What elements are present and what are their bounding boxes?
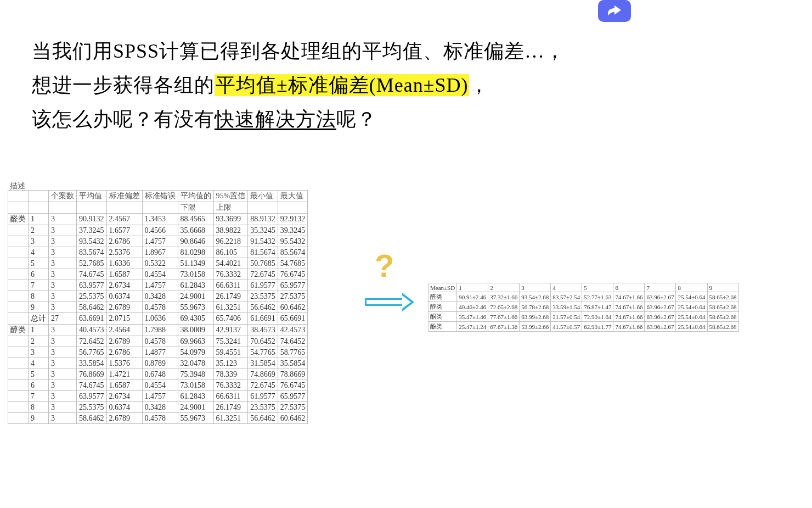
table-cell: 63.99±2.68 <box>520 312 551 322</box>
table-cell: 75.3241 <box>213 336 248 347</box>
table-cell: 74.6745 <box>77 380 107 391</box>
table-cell: 52.77±1.63 <box>582 292 613 302</box>
table-cell: 65.9577 <box>278 280 308 291</box>
result-header-cell: 8 <box>676 283 707 292</box>
spss-h-min: 最小值 <box>248 191 278 202</box>
table-cell: 0.3428 <box>142 291 178 302</box>
table-cell: 56.78±2.68 <box>520 302 551 312</box>
table-cell: 63.9577 <box>77 391 107 402</box>
table-cell: 3 <box>49 269 77 280</box>
headline-line3-pre: 该怎么办呢？有没有 <box>32 108 215 130</box>
table-cell: 3 <box>49 291 77 302</box>
table-cell: 2.6786 <box>106 347 142 358</box>
table-cell: 76.6745 <box>278 380 308 391</box>
table-cell: 56.6462 <box>248 413 278 424</box>
table-cell: 56.7765 <box>77 347 107 358</box>
table-cell: 40.4573 <box>77 325 107 336</box>
table-cell: 72.65±2.68 <box>488 302 520 312</box>
result-header-row: Mean±SD123456789 <box>428 283 739 292</box>
question-mark-icon: ? <box>375 247 394 284</box>
table-cell: 6 <box>29 380 49 391</box>
table-cell: 61.9577 <box>248 391 278 402</box>
table-cell: 2.5376 <box>106 247 142 258</box>
table-cell: 1.4721 <box>106 369 142 380</box>
table-cell: 1.5376 <box>106 358 142 369</box>
table-cell: 35.3245 <box>248 225 278 236</box>
table-cell: 1.7988 <box>142 325 178 336</box>
table-cell: 1.8967 <box>142 247 178 258</box>
table-cell: 96.2218 <box>213 236 248 247</box>
table-cell: 37.3245 <box>77 225 107 236</box>
table-cell: 1.4757 <box>142 391 178 402</box>
table-cell: 74.6452 <box>278 336 308 347</box>
table-cell: 85.5674 <box>278 247 308 258</box>
share-arrow-icon <box>605 3 624 19</box>
spss-h-upper: 上限 <box>213 202 248 214</box>
table-row: 5352.76851.63360.532251.134954.402150.76… <box>8 258 308 269</box>
table-cell: 1.6577 <box>106 225 142 236</box>
table-cell: 69.4305 <box>178 313 213 325</box>
table-cell: 62.90±1.77 <box>582 322 613 332</box>
table-cell: 23.5375 <box>248 402 278 413</box>
table-cell: 2.6734 <box>106 391 142 402</box>
table-cell: 3 <box>49 258 77 269</box>
result-header-cell: 5 <box>582 283 613 292</box>
table-cell: 61.3251 <box>213 413 248 424</box>
table-cell: 54.4021 <box>213 258 248 269</box>
table-cell: 1 <box>29 325 49 336</box>
table-cell: 3 <box>49 380 77 391</box>
table-cell: 27.5375 <box>278 291 308 302</box>
table-cell: 3 <box>49 214 77 225</box>
table-cell: 1 <box>29 214 49 225</box>
table-cell: 3 <box>49 236 77 247</box>
headline-highlight: 平均值±标准偏差(Mean±SD) <box>215 74 469 96</box>
table-cell: 55.9673 <box>178 302 213 313</box>
table-cell: 7 <box>29 280 49 291</box>
table-cell: 72.6745 <box>248 269 278 280</box>
table-cell: 63.96±2.67 <box>645 322 676 332</box>
table-cell <box>8 269 29 280</box>
table-cell: 81.0298 <box>178 247 213 258</box>
result-header-cell: 6 <box>613 283 645 292</box>
table-cell: 93.5432 <box>77 236 107 247</box>
table-cell: 41.57±0.57 <box>551 322 582 332</box>
table-cell: 60.6462 <box>278 413 308 424</box>
table-cell: 42.9137 <box>213 325 248 336</box>
table-cell: 56.6462 <box>248 302 278 313</box>
table-cell: 65.7406 <box>213 313 248 325</box>
table-cell: 1.0636 <box>142 313 178 325</box>
table-cell: 2 <box>29 225 49 236</box>
table-cell: 酚类 <box>428 322 457 332</box>
table-cell: 58.6462 <box>77 302 107 313</box>
table-cell: 1.4757 <box>142 280 178 291</box>
table-cell: 3 <box>49 358 77 369</box>
table-cell: 1.4757 <box>142 236 178 247</box>
headline-line2-post: ， <box>469 74 489 96</box>
table-row: 醛类90.91±2.4637.32±1.6693.54±2.6883.57±2.… <box>428 292 739 302</box>
table-cell: 6 <box>29 269 49 280</box>
table-cell: 77.67±1.66 <box>488 312 520 322</box>
table-cell: 3 <box>49 302 77 313</box>
table-cell: 74.67±1.66 <box>613 322 645 332</box>
result-header-cell: 7 <box>645 283 676 292</box>
headline-line3-post: 呢？ <box>336 108 377 130</box>
table-cell: 58.65±2.68 <box>707 312 738 322</box>
table-cell: 3 <box>49 225 77 236</box>
table-cell: 66.6311 <box>213 391 248 402</box>
table-row: 酮类35.47±1.4677.67±1.6663.99±2.6821.57±0.… <box>428 312 739 322</box>
table-row: 2372.64522.67890.457869.966375.324170.64… <box>8 336 308 347</box>
spss-h-ci-hi-label: 95%置信 <box>213 191 248 202</box>
table-cell: 5 <box>29 369 49 380</box>
table-cell: 95.5432 <box>278 236 308 247</box>
table-row: 4333.58541.53760.878932.047835.12331.585… <box>8 358 308 369</box>
table-cell: 2.4567 <box>106 214 142 225</box>
table-cell: 0.6374 <box>106 402 142 413</box>
table-cell: 4 <box>29 358 49 369</box>
table-cell: 1.6587 <box>106 269 142 280</box>
table-cell <box>8 358 29 369</box>
table-row: 醇类1340.45732.45641.798838.000942.913738.… <box>8 325 308 336</box>
table-cell: 65.9577 <box>278 391 308 402</box>
table-cell: 25.54±0.64 <box>676 312 707 322</box>
spss-h-blank1 <box>8 191 29 202</box>
table-cell: 65.6691 <box>278 313 308 325</box>
